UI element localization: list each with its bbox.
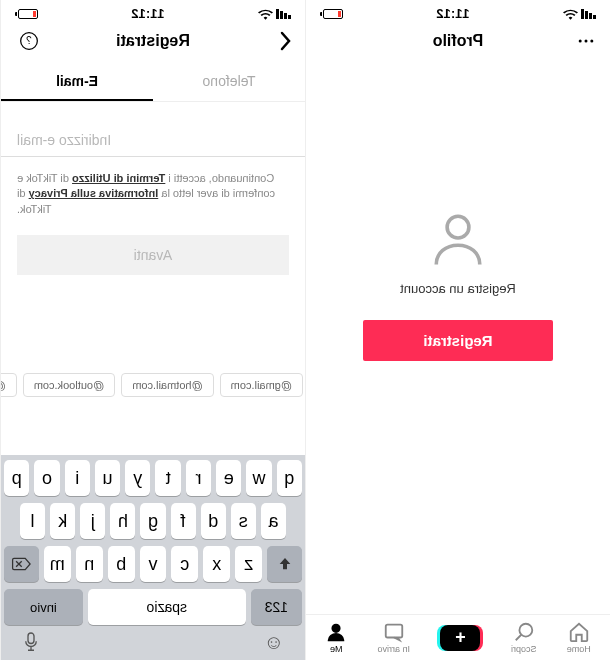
key-t[interactable]: t <box>156 460 181 496</box>
svg-point-3 <box>447 216 469 238</box>
more-icon[interactable] <box>572 31 596 51</box>
email-suggestion[interactable]: @outlook.com <box>23 373 115 397</box>
key-space[interactable]: spazio <box>88 589 246 625</box>
key-p[interactable]: p <box>4 460 29 496</box>
svg-point-6 <box>333 625 340 632</box>
screen-register: 11:12 Registrati ? Telefono E-mail Conti… <box>0 0 305 660</box>
nav-title: Profilo <box>433 32 484 50</box>
key-c[interactable]: c <box>171 546 198 582</box>
key-e[interactable]: e <box>216 460 241 496</box>
key-123[interactable]: 123 <box>251 589 302 625</box>
back-icon[interactable] <box>267 31 291 51</box>
svg-point-2 <box>579 40 582 43</box>
key-i[interactable]: i <box>65 460 90 496</box>
svg-point-1 <box>585 40 588 43</box>
profile-icon <box>325 621 347 643</box>
email-suggestion[interactable]: @ya <box>1 373 17 397</box>
key-m[interactable]: m <box>44 546 71 582</box>
tab-phone[interactable]: Telefono <box>153 63 305 101</box>
mic-icon[interactable] <box>22 631 40 654</box>
screen-profile: 11:12 Profilo Registra un account Regist… <box>305 0 610 660</box>
svg-rect-9 <box>28 633 34 644</box>
nav-inbox[interactable]: In arrivo <box>378 621 411 654</box>
email-suggestion-row: @gmail.com@hotmail.com@outlook.com@ya <box>1 373 305 401</box>
nav-me-label: Me <box>330 644 343 654</box>
key-r[interactable]: r <box>186 460 211 496</box>
create-button[interactable]: + <box>441 625 481 651</box>
status-bar: 11:12 <box>1 0 305 23</box>
key-s[interactable]: s <box>231 503 256 539</box>
key-g[interactable]: g <box>140 503 165 539</box>
email-suggestion[interactable]: @gmail.com <box>220 373 303 397</box>
nav-discover[interactable]: Scopri <box>511 621 537 654</box>
search-icon <box>513 621 535 643</box>
key-a[interactable]: a <box>261 503 286 539</box>
terms-link[interactable]: Termini di Utilizzo <box>72 172 165 184</box>
signal-icon <box>276 9 291 19</box>
key-b[interactable]: b <box>108 546 135 582</box>
wifi-icon <box>563 8 578 20</box>
signal-icon <box>581 9 596 19</box>
nav-home-label: Home <box>567 644 591 654</box>
email-input[interactable] <box>1 102 305 157</box>
key-u[interactable]: u <box>95 460 120 496</box>
key-l[interactable]: l <box>20 503 45 539</box>
register-account-label: Registra un account <box>400 281 516 296</box>
plus-icon: + <box>455 627 466 648</box>
wifi-icon <box>258 8 273 20</box>
svg-rect-5 <box>386 625 403 638</box>
home-icon <box>568 621 590 643</box>
key-z[interactable]: z <box>235 546 262 582</box>
status-bar: 11:12 <box>306 0 610 23</box>
key-w[interactable]: w <box>246 460 271 496</box>
key-h[interactable]: h <box>110 503 135 539</box>
key-enter[interactable]: invio <box>4 589 83 625</box>
nav-inbox-label: In arrivo <box>378 644 411 654</box>
key-o[interactable]: o <box>34 460 59 496</box>
auth-tabs: Telefono E-mail <box>1 63 305 102</box>
emoji-icon[interactable]: ☺ <box>264 631 284 654</box>
battery-icon <box>15 9 38 19</box>
key-k[interactable]: k <box>50 503 75 539</box>
status-time: 11:12 <box>436 6 469 21</box>
next-button[interactable]: Avanti <box>17 235 289 275</box>
svg-text:?: ? <box>26 35 32 46</box>
privacy-link[interactable]: Informativa sulla Privacy <box>29 187 159 199</box>
key-v[interactable]: v <box>140 546 167 582</box>
register-button[interactable]: Registrati <box>363 320 552 361</box>
svg-point-0 <box>590 40 593 43</box>
profile-empty-state: Registra un account Registrati <box>306 209 610 361</box>
key-y[interactable]: y <box>125 460 150 496</box>
key-shift[interactable] <box>267 546 302 582</box>
terms-disclaimer: Continuando, accetti i Termini di Utiliz… <box>1 157 305 217</box>
nav-home[interactable]: Home <box>567 621 591 654</box>
key-q[interactable]: q <box>277 460 302 496</box>
help-icon[interactable]: ? <box>15 31 39 51</box>
bottom-nav: Home Scopri + In arrivo Me <box>306 614 610 656</box>
email-suggestion[interactable]: @hotmail.com <box>121 373 213 397</box>
key-f[interactable]: f <box>171 503 196 539</box>
avatar-placeholder-icon <box>429 209 487 267</box>
battery-icon <box>320 9 343 19</box>
svg-point-4 <box>519 624 532 637</box>
inbox-icon <box>383 621 405 643</box>
nav-bar: Profilo <box>306 23 610 59</box>
nav-me[interactable]: Me <box>325 621 347 654</box>
key-d[interactable]: d <box>201 503 226 539</box>
tab-email[interactable]: E-mail <box>1 63 153 101</box>
key-backspace[interactable] <box>4 546 39 582</box>
key-j[interactable]: j <box>80 503 105 539</box>
keyboard: qwertyuiop asdfghjkl zxcvbnm 123 spazio … <box>1 455 305 660</box>
nav-title: Registrati <box>116 32 190 50</box>
nav-bar: Registrati ? <box>1 23 305 59</box>
key-n[interactable]: n <box>76 546 103 582</box>
key-x[interactable]: x <box>203 546 230 582</box>
status-time: 11:12 <box>131 6 164 21</box>
nav-discover-label: Scopri <box>511 644 537 654</box>
